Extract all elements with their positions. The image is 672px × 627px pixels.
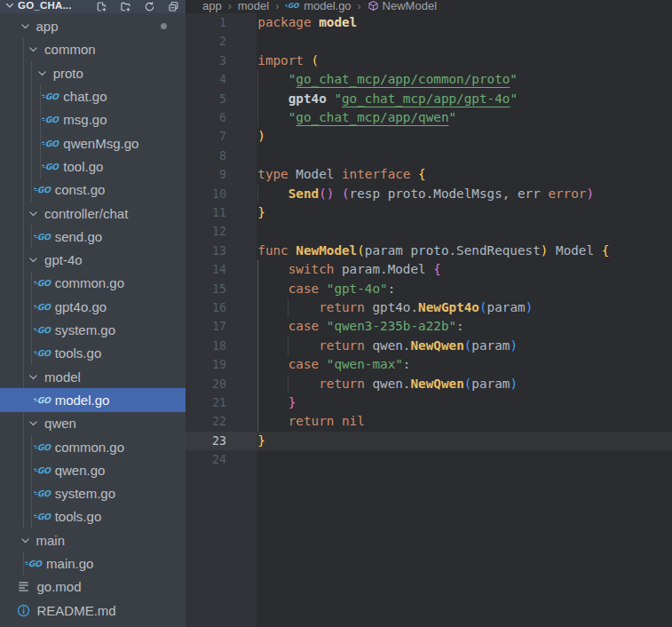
tree-item-app[interactable]: app bbox=[0, 15, 186, 38]
tree-item-msg.go[interactable]: GOmsg.go bbox=[0, 108, 186, 131]
breadcrumb-separator-icon: › bbox=[228, 0, 232, 12]
code-line-text: } bbox=[257, 203, 265, 222]
modified-dot-badge bbox=[161, 23, 167, 29]
explorer-header[interactable]: GO_CHA... bbox=[0, 0, 186, 13]
chevron-down-icon[interactable] bbox=[28, 371, 39, 383]
code-line-text: "go_chat_mcp/app/qwen" bbox=[257, 108, 456, 127]
tree-item-qwenmsg.go[interactable]: GOqwenMsg.go bbox=[0, 131, 186, 155]
code-line-text: import ( bbox=[257, 52, 319, 70]
tree-item-main[interactable]: main bbox=[0, 528, 186, 552]
chevron-down-icon[interactable] bbox=[28, 417, 39, 429]
tree-item-system.go[interactable]: GOsystem.go bbox=[0, 318, 186, 341]
ide-window: GO_CHA... appcommonprotoGOchat.goGOmsg.g… bbox=[0, 0, 672, 627]
new-file-icon[interactable] bbox=[96, 1, 107, 12]
line-number: 14 bbox=[186, 260, 226, 279]
tree-item-label: tools.go bbox=[55, 509, 102, 524]
code-area[interactable]: 1package model23import (4 "go_chat_mcp/a… bbox=[186, 13, 672, 627]
tree-item-gpt-4o[interactable]: gpt-4o bbox=[0, 249, 186, 272]
chevron-down-icon[interactable] bbox=[28, 208, 39, 219]
tree-item-send.go[interactable]: GOsend.go bbox=[0, 225, 186, 248]
line-number: 7 bbox=[186, 127, 226, 146]
chevron-down-icon[interactable] bbox=[28, 44, 39, 55]
tree-item-common[interactable]: common bbox=[0, 38, 186, 61]
tree-item-system.go[interactable]: GOsystem.go bbox=[0, 482, 186, 505]
go-file-icon: GO bbox=[34, 488, 52, 499]
tree-item-qwen[interactable]: qwen bbox=[0, 412, 186, 435]
chevron-down-icon[interactable] bbox=[36, 67, 48, 79]
line-number: 10 bbox=[186, 185, 226, 203]
go-file-icon: GO bbox=[285, 1, 300, 11]
chevron-down-icon[interactable] bbox=[28, 254, 39, 266]
tree-item-go.mod[interactable]: go.mod bbox=[0, 575, 186, 599]
tree-item-label: msg.go bbox=[63, 112, 107, 127]
line-number: 15 bbox=[186, 280, 226, 298]
line-number: 22 bbox=[186, 412, 226, 431]
chevron-down-icon[interactable] bbox=[20, 535, 31, 546]
code-line-21: 21 } bbox=[186, 393, 672, 412]
code-line-24: 24 bbox=[186, 450, 672, 469]
code-line-6: 6 "go_chat_mcp/app/qwen" bbox=[186, 108, 672, 127]
tree-item-controller-chat[interactable]: controller/chat bbox=[0, 202, 186, 225]
tree-item-main.go[interactable]: GOmain.go bbox=[0, 552, 186, 575]
tree-item-label: qwen bbox=[44, 416, 76, 431]
go-file-icon: GO bbox=[34, 347, 52, 359]
code-line-12: 12 bbox=[186, 222, 672, 241]
chevron-down-icon[interactable] bbox=[20, 20, 31, 32]
go-file-icon: GO bbox=[34, 511, 52, 522]
tree-item-tools.go[interactable]: GOtools.go bbox=[0, 505, 186, 528]
tree-item-chat.go[interactable]: GOchat.go bbox=[0, 84, 186, 107]
code-line-22: 22 return nil bbox=[186, 412, 672, 431]
tree-item-tools.go[interactable]: GOtools.go bbox=[0, 342, 186, 365]
tree-item-readme.md[interactable]: README.md bbox=[0, 599, 186, 622]
go-mod-icon bbox=[17, 580, 35, 593]
code-line-4: 4 "go_chat_mcp/app/common/proto" bbox=[186, 70, 672, 89]
tree-item-common.go[interactable]: GOcommon.go bbox=[0, 272, 186, 295]
svg-text:GO: GO bbox=[28, 559, 43, 568]
tree-item-label: chat.go bbox=[63, 89, 107, 104]
go-file-icon: GO bbox=[34, 231, 52, 242]
code-line-8: 8 bbox=[186, 147, 672, 165]
tree-item-common.go[interactable]: GOcommon.go bbox=[0, 435, 186, 458]
refresh-icon[interactable] bbox=[144, 1, 155, 12]
tree-item-label: qwenMsg.go bbox=[63, 136, 138, 151]
breadcrumb-item-app[interactable]: app bbox=[202, 0, 222, 12]
breadcrumb-item-model.go[interactable]: GOmodel.go bbox=[285, 0, 351, 12]
svg-text:GO: GO bbox=[45, 162, 59, 171]
code-line-text: gpt4o "go_chat_mcp/app/gpt-4o" bbox=[257, 90, 518, 108]
new-folder-icon[interactable] bbox=[120, 1, 131, 12]
code-line-1: 1package model bbox=[186, 13, 672, 32]
tree-item-proto[interactable]: proto bbox=[0, 61, 186, 84]
tree-item-label: main.go bbox=[46, 556, 93, 571]
code-line-11: 11} bbox=[186, 203, 672, 222]
line-number: 4 bbox=[186, 70, 226, 89]
tree-item-model[interactable]: model bbox=[0, 365, 186, 388]
breadcrumb-item-newmodel[interactable]: NewModel bbox=[368, 0, 437, 12]
line-number: 1 bbox=[186, 13, 226, 32]
tree-item-label: system.go bbox=[55, 322, 115, 337]
line-number: 18 bbox=[186, 337, 226, 355]
code-line-text: } bbox=[257, 393, 296, 412]
tree-item-qwen.go[interactable]: GOqwen.go bbox=[0, 458, 186, 481]
code-line-text: Send() (resp proto.ModelMsgs, err error) bbox=[257, 185, 594, 203]
tree-item-gpt4o.go[interactable]: GOgpt4o.go bbox=[0, 295, 186, 318]
svg-text:GO: GO bbox=[36, 442, 51, 452]
go-file-icon: GO bbox=[34, 277, 52, 289]
svg-text:GO: GO bbox=[36, 232, 51, 242]
svg-text:GO: GO bbox=[288, 2, 300, 10]
go-file-icon: GO bbox=[34, 441, 52, 453]
line-number: 5 bbox=[186, 90, 226, 108]
tree-item-label: tool.go bbox=[63, 159, 103, 174]
collapse-all-icon[interactable] bbox=[168, 1, 179, 12]
editor-body[interactable]: 1package model23import (4 "go_chat_mcp/a… bbox=[186, 13, 672, 627]
breadcrumb-item-model[interactable]: model bbox=[238, 0, 269, 12]
svg-text:GO: GO bbox=[36, 348, 51, 358]
tree-item-const.go[interactable]: GOconst.go bbox=[0, 179, 186, 202]
svg-text:GO: GO bbox=[36, 278, 51, 288]
svg-text:GO: GO bbox=[45, 91, 59, 101]
code-line-23: 23} bbox=[186, 432, 672, 450]
tree-item-model.go[interactable]: GOmodel.go bbox=[0, 388, 186, 411]
tree-item-tool.go[interactable]: GOtool.go bbox=[0, 155, 186, 178]
tree-item-label: app bbox=[36, 19, 59, 34]
svg-text:GO: GO bbox=[36, 465, 51, 475]
go-file-icon: GO bbox=[42, 161, 60, 172]
